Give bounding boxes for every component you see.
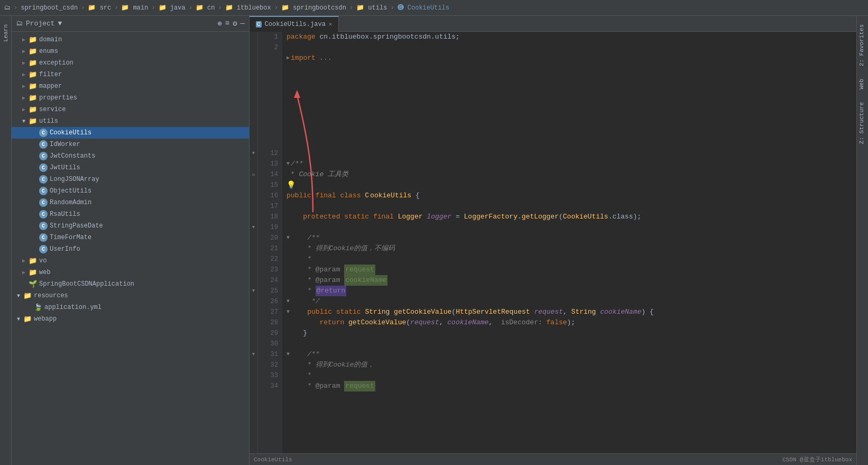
locate-icon[interactable]: ⊕ (217, 19, 221, 28)
code-line-25: * @return (287, 286, 852, 296)
code-line-12 (287, 148, 852, 159)
status-left: CookieUtils (254, 457, 292, 463)
tree-item-idworker[interactable]: C IdWorker (12, 139, 249, 150)
gutter-27 (250, 307, 257, 317)
code-content[interactable]: package cn.itbluebox.springbootcsdn.util… (282, 32, 856, 453)
gutter-33 (250, 370, 257, 381)
tree-item-objectutils[interactable]: C ObjectUtils (12, 185, 249, 197)
code-line-22: * (287, 254, 852, 265)
breadcrumb-itbluebox[interactable]: 📁 itbluebox (225, 4, 271, 12)
sidebar-title-label: Project (26, 20, 55, 28)
gutter-6 (250, 85, 257, 95)
code-line-13: ▼ /** (287, 159, 852, 169)
sidebar-project-icon: 🗂 (16, 20, 23, 28)
tree-item-webapp[interactable]: ▼ 📁 webapp (12, 313, 249, 325)
gutter-3 (250, 53, 257, 63)
gutter-20 (250, 233, 257, 243)
breadcrumb-springbootcsdn[interactable]: 📁 springbootcsdn (281, 4, 346, 12)
tree-item-randomadmin[interactable]: C RandomAdmin (12, 197, 249, 208)
code-line-21: * 得到Cookie的值，不编码 (287, 243, 852, 254)
code-line-14: * Cookie 工具类 (287, 169, 852, 180)
code-line-20: ▼ /** (287, 233, 852, 243)
tree-item-stringpasedate[interactable]: C StringPaseDate (12, 220, 249, 232)
breadcrumb-cn[interactable]: 📁 cn (196, 4, 215, 12)
breadcrumb-item-project[interactable]: 🗂 (4, 4, 11, 12)
breadcrumb-src[interactable]: 📁 src (88, 4, 111, 12)
fold-icon-26[interactable]: ▼ (252, 288, 255, 294)
breadcrumb-springboot[interactable]: springboot_csdn (21, 4, 78, 12)
breadcrumb-bar: 🗂 › springboot_csdn › 📁 src › 📁 main › 📁… (0, 0, 868, 16)
tree-item-springbootapp[interactable]: 🌱 SpringBootCSDNApplication (12, 278, 249, 290)
settings-icon[interactable]: ⚙ (233, 19, 237, 28)
gutter-17 (250, 201, 257, 212)
code-line-blank7 (287, 127, 852, 138)
tree-item-vo[interactable]: ▶ 📁 vo (12, 255, 249, 267)
gutter-29 (250, 328, 257, 339)
code-line-blank3 (287, 85, 852, 95)
gutter-22 (250, 254, 257, 265)
collapse-all-icon[interactable]: ≡ (225, 19, 229, 28)
learn-tab[interactable]: Learn (2, 20, 10, 46)
tree-item-jwtutils[interactable]: C JwtUtils (12, 162, 249, 174)
fold-icon-20[interactable]: ▼ (252, 225, 255, 230)
tree-item-utils[interactable]: ▼ 📁 utils (12, 115, 249, 127)
tree-item-domain[interactable]: ▶ 📁 domain (12, 34, 249, 45)
close-icon[interactable]: — (241, 19, 245, 28)
code-line-26: ▼ */ (287, 296, 852, 307)
gutter-15 (250, 180, 257, 190)
code-line-33: * (287, 370, 852, 381)
tab-favorites[interactable]: 2: Favorites (857, 16, 868, 75)
tree-item-resources[interactable]: ▼ 📁 resources (12, 290, 249, 302)
code-line-1: package cn.itbluebox.springbootcsdn.util… (287, 32, 852, 42)
gutter-1 (250, 32, 257, 42)
tree-item-userinfo[interactable]: C UserInfo (12, 243, 249, 255)
left-panel-tabs: Learn (0, 16, 12, 465)
gutter-31: ▼ (250, 349, 257, 360)
breadcrumb-main[interactable]: 📁 main (121, 4, 148, 12)
breadcrumb-java[interactable]: 📁 java (159, 4, 186, 12)
fold-icon-15[interactable]: ⊖ (252, 172, 255, 178)
gutter-8 (250, 106, 257, 116)
lightbulb-icon[interactable]: 💡 (287, 180, 296, 190)
gutter-4 (250, 63, 257, 74)
code-line-blank6 (287, 116, 852, 127)
code-line-31: ▼ /** (287, 349, 852, 360)
tree-item-longjsonarray[interactable]: C LongJSONArray (12, 174, 249, 185)
gutter-24 (250, 275, 257, 286)
tab-cookieutils[interactable]: C CookieUtils.java ✕ (250, 16, 339, 32)
tree-item-filter[interactable]: ▶ 📁 filter (12, 69, 249, 80)
code-line-16: public final class CookieUtils { (287, 190, 852, 201)
breadcrumb-cookieutils[interactable]: 🅒 CookieUtils (398, 4, 449, 12)
code-line-17 (287, 201, 852, 212)
right-sidebar-tabs: 2: Favorites Web Z: Structure (856, 16, 868, 465)
sidebar-dropdown-icon[interactable]: ▼ (58, 20, 62, 28)
code-line-23: * @param request (287, 265, 852, 275)
code-line-blank5 (287, 106, 852, 116)
tree-item-cookieutils[interactable]: C CookieUtils (12, 127, 249, 139)
gutter-21 (250, 243, 257, 254)
gutter-19: ▼ (250, 222, 257, 233)
fold-icon-13[interactable]: ▼ (252, 151, 255, 156)
fold-icon-31[interactable]: ▼ (252, 352, 255, 357)
breadcrumb-utils[interactable]: 📁 utils (356, 4, 387, 12)
tree-item-rsautils[interactable]: C RsaUtils (12, 208, 249, 220)
tree-item-service[interactable]: ▶ 📁 service (12, 104, 249, 115)
gutter-16 (250, 190, 257, 201)
code-line-19 (287, 222, 852, 233)
gutter-25: ▼ (250, 286, 257, 296)
gutter-34 (250, 381, 257, 391)
editor-tabs: C CookieUtils.java ✕ (250, 16, 856, 32)
tree-item-exception[interactable]: ▶ 📁 exception (12, 57, 249, 69)
tree-item-timeformate[interactable]: C TimeForMate (12, 232, 249, 243)
tree-item-mapper[interactable]: ▶ 📁 mapper (12, 80, 249, 92)
tree-item-jwtconstants[interactable]: C JwtConstants (12, 150, 249, 162)
tree-item-properties[interactable]: ▶ 📁 properties (12, 92, 249, 104)
code-line-2 (287, 42, 852, 53)
tree-item-enums[interactable]: ▶ 📁 enums (12, 45, 249, 57)
tab-structure[interactable]: Z: Structure (857, 94, 868, 152)
code-editor: ▼ ⊖ ▼ ▼ (250, 32, 856, 453)
tree-item-applicationyml[interactable]: 🍃 application.yml (12, 302, 249, 313)
tree-item-web[interactable]: ▶ 📁 web (12, 267, 249, 278)
tab-web[interactable]: Web (857, 75, 868, 94)
tab-close-icon[interactable]: ✕ (329, 21, 333, 28)
